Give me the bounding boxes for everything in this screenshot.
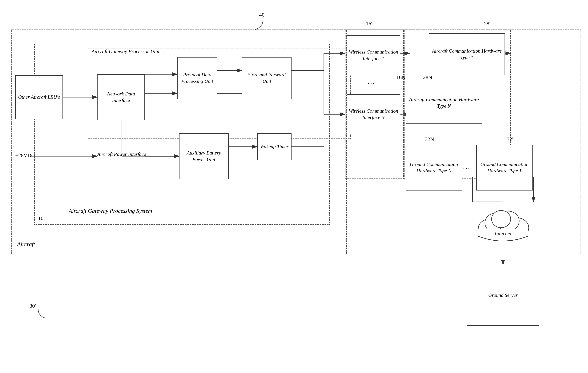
ref-32N: 32N	[425, 136, 434, 142]
wireless-comm-n-label: Wireless Communication Interface N	[347, 107, 400, 122]
aircraft-comm-hw-1-label: Aircraft Communication Hardware Type 1	[429, 47, 504, 62]
ref-28N: 28N	[423, 74, 432, 80]
ref-30: 30'	[30, 303, 36, 309]
ref-28prime: 28'	[484, 21, 490, 27]
ground-comm-hw-1-box: Ground Communication Hardware Type 1	[476, 145, 533, 190]
wireless-comm-n-box: Wireless Communication Interface N	[347, 94, 400, 134]
store-forward-box: Store and Forward Unit	[242, 57, 292, 99]
wireless-comm-1-label: Wireless Communication Interface 1	[347, 48, 400, 62]
ground-comm-hw-1-label: Ground Communication Hardware Type 1	[477, 160, 532, 175]
ground-server-box: Ground Server	[467, 265, 539, 326]
protocol-data-processing-box: Protocol Data Processing Unit	[177, 57, 217, 99]
dots-wireless: ...	[368, 78, 375, 86]
other-aircraft-lru-label: Other Aircraft LRU's	[17, 93, 61, 101]
ground-comm-hw-n-box: Ground Communication Hardware Type N	[406, 145, 462, 190]
aircraft-comm-hw-n-box: Aircraft Communication Hardware Type N	[406, 82, 482, 124]
ref-16N: 16N	[396, 74, 405, 80]
svg-text:Internet: Internet	[494, 230, 512, 236]
internet-cloud: Internet	[474, 200, 532, 248]
wakeup-timer-box: Wakeup Timer	[257, 133, 292, 160]
agps-region-label: Aircraft Gateway Processing System	[69, 208, 152, 214]
auxiliary-battery-label: Auxiliary Battery Power Unit	[179, 149, 228, 164]
svg-rect-35	[500, 240, 506, 246]
other-aircraft-lru-box: Other Aircraft LRU's	[15, 75, 63, 119]
aircraft-region-label: Aircraft	[17, 241, 35, 248]
auxiliary-battery-box: Auxiliary Battery Power Unit	[179, 133, 229, 179]
aircraft-comm-hw-1-box: Aircraft Communication Hardware Type 1	[429, 33, 505, 75]
agpu-label: Aircraft Gateway Processor Unit	[92, 49, 159, 54]
diagram-container: Other Aircraft LRU's Network Data Interf…	[0, 0, 588, 373]
ground-server-label: Ground Server	[488, 291, 518, 299]
network-data-interface-label: Network Data Interface	[98, 90, 144, 104]
ground-comm-hw-n-label: Ground Communication Hardware Type N	[406, 160, 462, 175]
ref-16prime: 16'	[366, 21, 372, 27]
aircraft-power-interface-label: Aircraft Power Interface	[97, 151, 146, 157]
protocol-data-processing-label: Protocol Data Processing Unit	[178, 71, 217, 85]
svg-point-33	[492, 210, 511, 228]
ref-40: 40'	[259, 12, 265, 18]
plus28vdc-label: +28VDC	[15, 152, 35, 158]
store-forward-label: Store and Forward Unit	[242, 71, 291, 85]
dots-ground-comm: ...	[463, 163, 471, 171]
wireless-comm-1-box: Wireless Communication Interface 1	[347, 35, 400, 75]
aircraft-comm-hw-n-label: Aircraft Communication Hardware Type N	[406, 96, 482, 110]
ref-10: 10'	[38, 215, 44, 221]
wakeup-timer-label: Wakeup Timer	[260, 143, 289, 151]
ref-32prime: 32'	[507, 136, 513, 142]
network-data-interface-box: Network Data Interface	[97, 74, 145, 120]
